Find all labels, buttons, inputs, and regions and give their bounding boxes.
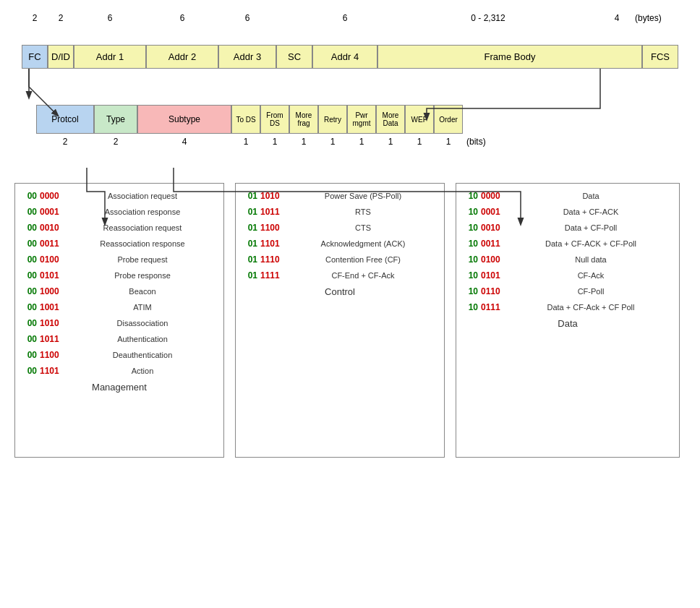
mgmt-row-2: 00 0010 Reassociation request [22, 223, 216, 233]
bit-label-8: 1 [376, 137, 405, 147]
byte-label-addr3: 6 [218, 13, 276, 23]
data-row-5: 10 0101 CF-Ack [464, 270, 672, 281]
byte-label-fcs: 4 [599, 13, 635, 23]
bit-labels-row: 2 2 4 1 1 1 1 1 1 1 1 (bits) [36, 137, 693, 147]
bit-label-4: 1 [260, 137, 289, 147]
data-title: Data [464, 318, 672, 329]
data-row-1: 10 0001 Data + CF-ACK [464, 207, 672, 217]
mgmt-row-4: 00 0100 Probe request [22, 254, 216, 265]
fc-retry-cell: Retry [318, 105, 347, 134]
bit-label-9: 1 [405, 137, 434, 147]
mgmt-row-8: 00 1010 Disassociation [22, 318, 216, 328]
data-row-2: 10 0010 Data + CF-Poll [464, 223, 672, 233]
data-row-0: 10 0000 Data [464, 191, 672, 201]
bit-label-6: 1 [318, 137, 347, 147]
bit-label-3: 1 [231, 137, 260, 147]
bit-label-5: 1 [289, 137, 318, 147]
fc-subtype-cell: Subtype [137, 105, 231, 134]
byte-label-addr4: 6 [312, 13, 377, 23]
mgmt-row-11: 00 1101 Action [22, 366, 216, 376]
bit-label-1: 2 [94, 137, 137, 147]
byte-label-fbody: 0 - 2,312 [377, 13, 599, 23]
ctrl-row-2: 01 1100 CTS [243, 223, 437, 233]
management-box: 00 0000 Association request 00 0001 Asso… [14, 183, 224, 458]
fc-cell: FC [22, 45, 48, 69]
addr1-cell: Addr 1 [74, 45, 146, 69]
addr2-cell: Addr 2 [146, 45, 218, 69]
fc-moredata-cell: More Data [376, 105, 405, 134]
ctrl-row-4: 01 1110 Contention Free (CF) [243, 254, 437, 265]
sc-cell: SC [276, 45, 312, 69]
mgmt-row-9: 00 1011 Authentication [22, 334, 216, 344]
byte-label-sc [276, 13, 312, 23]
fc-wep-cell: WEP [405, 105, 434, 134]
addr4-cell: Addr 4 [312, 45, 377, 69]
frame-body-cell: Frame Body [377, 45, 642, 69]
fc-type-cell: Type [94, 105, 137, 134]
control-box: 01 1010 Power Save (PS-Poll) 01 1011 RTS… [235, 183, 445, 458]
data-row-7: 10 0111 Data + CF-Ack + CF Poll [464, 302, 672, 312]
bit-label-7: 1 [347, 137, 376, 147]
byte-label-addr2: 6 [146, 13, 218, 23]
fc-fromds-cell: From DS [260, 105, 289, 134]
byte-label-addr1: 6 [74, 13, 146, 23]
fc-protcol-cell: Protcol [36, 105, 94, 134]
mgmt-row-5: 00 0101 Probe response [22, 270, 216, 281]
bit-label-2: 4 [137, 137, 231, 147]
fc-order-cell: Order [434, 105, 463, 134]
fc-morefrag-cell: More frag [289, 105, 318, 134]
byte-label-fc: 2 [22, 13, 48, 23]
mgmt-row-0: 00 0000 Association request [22, 191, 216, 201]
byte-label-did: 2 [48, 13, 74, 23]
data-box: 10 0000 Data 10 0001 Data + CF-ACK 10 00… [456, 183, 680, 458]
bit-label-unit: (bits) [463, 137, 521, 147]
control-title: Control [243, 286, 437, 297]
byte-label-unit: (bytes) [635, 13, 678, 23]
ctrl-row-1: 01 1011 RTS [243, 207, 437, 217]
ctrl-row-5: 01 1111 CF-End + CF-Ack [243, 270, 437, 281]
mgmt-row-7: 00 1001 ATIM [22, 302, 216, 312]
fc-pwrmgmt-cell: Pwr mgmt [347, 105, 376, 134]
mgmt-row-10: 00 1100 Deauthentication [22, 350, 216, 360]
ctrl-row-3: 01 1101 Acknowledgment (ACK) [243, 239, 437, 249]
frame-row: FC D/ID Addr 1 Addr 2 Addr 3 SC Addr 4 F… [22, 45, 678, 69]
bit-label-0: 2 [36, 137, 94, 147]
bottom-boxes: 00 0000 Association request 00 0001 Asso… [14, 183, 693, 458]
bit-label-10: 1 [434, 137, 463, 147]
fc-subfields-row: Protcol Type Subtype To DS From DS More … [36, 105, 678, 134]
diagram-container: 2 2 6 6 6 6 0 - 2,312 4 (bytes) FC D/ID … [0, 0, 700, 608]
mgmt-row-6: 00 1000 Beacon [22, 286, 216, 296]
fcs-cell: FCS [642, 45, 678, 69]
fc-tods-cell: To DS [231, 105, 260, 134]
mgmt-row-3: 00 0011 Reassociation response [22, 239, 216, 249]
data-row-6: 10 0110 CF-Poll [464, 286, 672, 296]
byte-labels-row: 2 2 6 6 6 6 0 - 2,312 4 (bytes) [22, 13, 678, 23]
mgmt-row-1: 00 0001 Association response [22, 207, 216, 217]
ctrl-row-0: 01 1010 Power Save (PS-Poll) [243, 191, 437, 201]
data-row-4: 10 0100 Null data [464, 254, 672, 265]
data-row-3: 10 0011 Data + CF-ACK + CF-Poll [464, 239, 672, 249]
did-cell: D/ID [48, 45, 74, 69]
addr3-cell: Addr 3 [218, 45, 276, 69]
management-title: Management [22, 382, 216, 393]
